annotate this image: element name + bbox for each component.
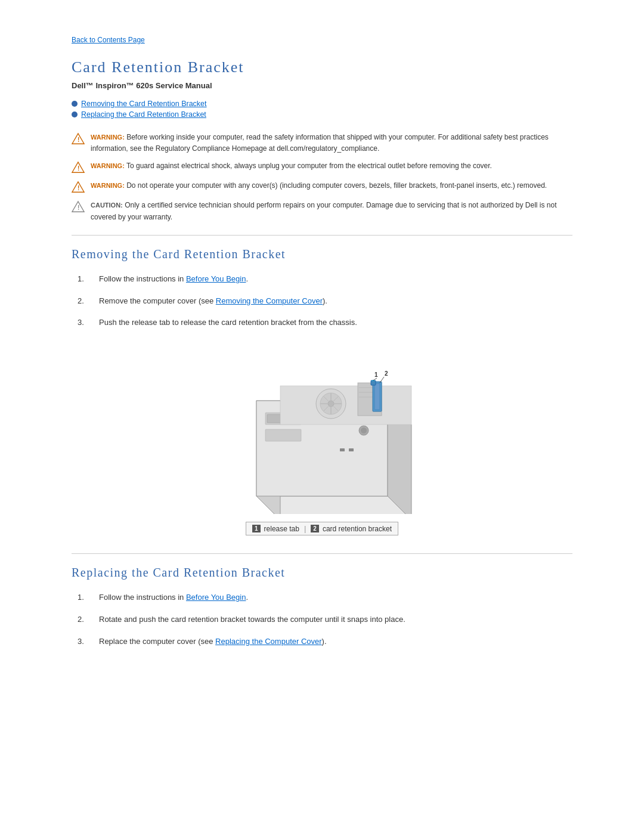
page-title: Card Retention Bracket: [72, 58, 572, 76]
removing-section: Removing the Card Retention Bracket Foll…: [72, 247, 572, 535]
caption-num-2: 2: [311, 525, 319, 532]
before-you-begin-link-2[interactable]: Before You Begin: [186, 593, 246, 602]
svg-line-37: [373, 378, 377, 380]
removing-section-title: Removing the Card Retention Bracket: [72, 247, 572, 261]
computer-svg: 1 2: [209, 347, 435, 514]
replacing-section-title: Replacing the Card Retention Bracket: [72, 566, 572, 580]
warning-2-text: WARNING: To guard against electrical sho…: [91, 160, 492, 172]
replacing-step-1-content: Follow the instructions in Before You Be…: [99, 592, 248, 604]
svg-point-13: [361, 428, 367, 433]
table-of-contents: Removing the Card Retention Bracket Repl…: [72, 100, 572, 119]
removing-step-3: Push the release tab to release the card…: [78, 317, 572, 329]
replacing-step-2: Rotate and push the card retention brack…: [78, 614, 572, 626]
toc-bullet-icon: [72, 112, 78, 117]
caution-1: ! CAUTION: Only a certified service tech…: [72, 200, 572, 222]
replacing-step-3-content: Replace the computer cover (see Replacin…: [99, 636, 327, 648]
step-3-content: Push the release tab to release the card…: [99, 317, 357, 329]
section-divider: [72, 235, 572, 236]
warning-1-text: WARNING: Before working inside your comp…: [91, 132, 572, 154]
toc-item-replacing: Replacing the Card Retention Bracket: [72, 110, 572, 119]
caution-triangle-icon: !: [72, 200, 85, 213]
figure-caption-container: 1 release tab | 2 card retention bracket: [72, 522, 572, 535]
caution-1-text: CAUTION: Only a certified service techni…: [91, 200, 572, 222]
removing-step-1: Follow the instructions in Before You Be…: [78, 273, 572, 286]
before-you-begin-link-1[interactable]: Before You Begin: [186, 274, 246, 283]
svg-text:1: 1: [374, 371, 378, 378]
page-subtitle: Dell™ Inspiron™ 620s Service Manual: [72, 81, 572, 90]
svg-rect-11: [265, 429, 301, 441]
svg-line-38: [380, 377, 384, 383]
warning-2: ! WARNING: To guard against electrical s…: [72, 160, 572, 174]
svg-text:!: !: [78, 137, 79, 143]
warning-triangle-icon: !: [72, 181, 85, 194]
warning-3: ! WARNING: Do not operate your computer …: [72, 180, 572, 194]
step-1-content: Follow the instructions in Before You Be…: [99, 273, 248, 286]
step-2-content: Remove the computer cover (see Removing …: [99, 295, 327, 308]
replacing-step-3: Replace the computer cover (see Replacin…: [78, 636, 572, 648]
computer-illustration: 1 2: [209, 347, 435, 516]
removing-computer-cover-link[interactable]: Removing the Computer Cover: [216, 296, 323, 305]
svg-text:!: !: [78, 205, 79, 211]
svg-text:!: !: [78, 165, 79, 172]
svg-text:2: 2: [385, 370, 388, 377]
page-container: Back to Contents Page Card Retention Bra…: [0, 0, 644, 714]
back-to-contents-link[interactable]: Back to Contents Page: [72, 36, 572, 44]
toc-link-replacing[interactable]: Replacing the Card Retention Bracket: [81, 110, 206, 119]
svg-rect-15: [349, 448, 354, 451]
figure-container: 1 2 1 release tab | 2 card retention bra…: [72, 347, 572, 535]
replacing-steps: Follow the instructions in Before You Be…: [78, 592, 572, 648]
toc-bullet-icon: [72, 101, 78, 107]
section-divider-2: [72, 553, 572, 554]
toc-item-removing: Removing the Card Retention Bracket: [72, 100, 572, 108]
replacing-step-1: Follow the instructions in Before You Be…: [78, 592, 572, 604]
warning-1: ! WARNING: Before working inside your co…: [72, 132, 572, 154]
svg-rect-14: [340, 448, 345, 451]
toc-link-removing[interactable]: Removing the Card Retention Bracket: [81, 100, 207, 108]
figure-caption: 1 release tab | 2 card retention bracket: [246, 522, 398, 535]
caption-label-1: release tab: [264, 525, 299, 533]
caption-separator: |: [304, 524, 306, 533]
svg-text:!: !: [78, 185, 79, 191]
caption-num-1: 1: [252, 525, 261, 532]
replacing-computer-cover-link[interactable]: Replacing the Computer Cover: [215, 637, 321, 646]
removing-steps: Follow the instructions in Before You Be…: [78, 273, 572, 329]
warning-3-text: WARNING: Do not operate your computer wi…: [91, 180, 547, 191]
replacing-step-2-content: Rotate and push the card retention brack…: [99, 614, 405, 626]
caption-label-2: card retention bracket: [323, 525, 392, 533]
warning-triangle-icon: !: [72, 161, 85, 174]
removing-step-2: Remove the computer cover (see Removing …: [78, 295, 572, 308]
svg-rect-33: [374, 383, 380, 410]
warning-triangle-icon: !: [72, 132, 85, 145]
replacing-section: Replacing the Card Retention Bracket Fol…: [72, 566, 572, 648]
